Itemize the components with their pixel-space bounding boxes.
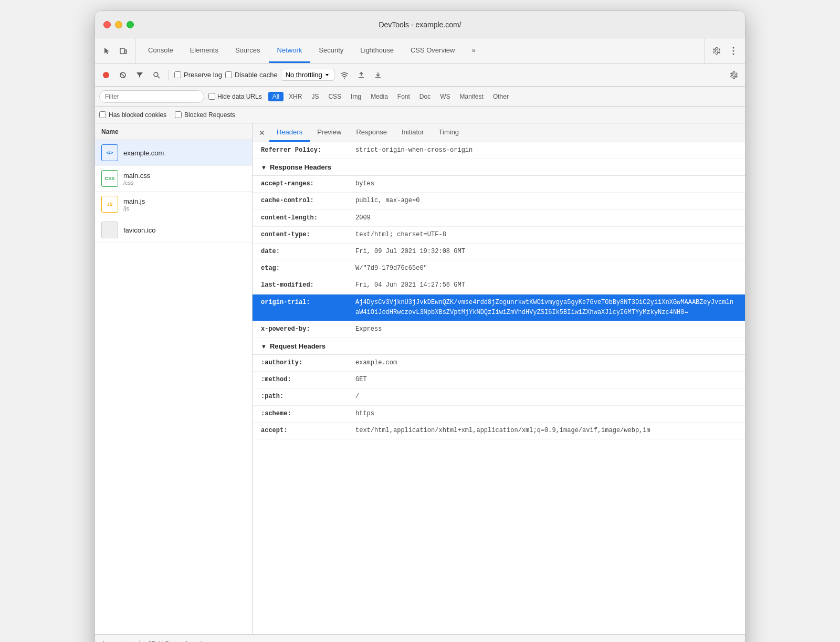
content-length-name: content-length: <box>261 213 355 223</box>
titlebar: DevTools - example.com/ <box>95 11 745 38</box>
date-row: date: Fri, 09 Jul 2021 19:32:08 GMT <box>253 244 745 260</box>
content-type-value: text/html; charset=UTF-8 <box>355 230 446 240</box>
disable-cache-input[interactable] <box>225 71 232 78</box>
tab-security[interactable]: Security <box>310 38 352 63</box>
clear-button[interactable] <box>116 68 130 82</box>
transfer-size: 37.4 kB transferred <box>148 640 202 643</box>
svg-point-4 <box>733 53 734 55</box>
authority-value: example.com <box>355 358 397 368</box>
detail-tab-initiator[interactable]: Initiator <box>394 123 432 142</box>
tab-console[interactable]: Console <box>140 38 182 63</box>
maximize-button[interactable] <box>127 21 134 28</box>
detail-tab-preview[interactable]: Preview <box>310 123 349 142</box>
filter-input[interactable] <box>99 90 204 103</box>
minimize-button[interactable] <box>115 21 122 28</box>
etag-name: etag: <box>261 264 355 273</box>
filter-font-btn[interactable]: Font <box>393 92 414 101</box>
authority-name: :authority: <box>261 358 355 368</box>
request-path-css: /css <box>123 180 246 186</box>
throttle-select[interactable]: No throttling <box>281 69 334 81</box>
tab-sources[interactable]: Sources <box>227 38 269 63</box>
request-section-label: Request Headers <box>270 342 326 350</box>
filter-js-btn[interactable]: JS <box>307 92 323 101</box>
preserve-log-checkbox[interactable]: Preserve log <box>174 71 222 79</box>
filter-manifest-btn[interactable]: Manifest <box>456 92 488 101</box>
scheme-row: :scheme: https <box>253 406 745 423</box>
search-icon[interactable] <box>150 68 163 82</box>
tabbar-right-icons <box>705 38 741 63</box>
request-section-chevron: ▼ <box>261 343 267 350</box>
toolbar-settings-icon[interactable] <box>727 68 741 82</box>
settings-icon[interactable] <box>709 44 724 58</box>
response-section-label: Response Headers <box>270 163 331 171</box>
download-icon[interactable] <box>371 68 385 82</box>
tabbar-icons <box>99 38 135 63</box>
detail-close-button[interactable]: ✕ <box>255 123 269 142</box>
request-item-main-js[interactable]: JS main.js /js <box>95 192 252 217</box>
has-blocked-cookies-input[interactable] <box>99 111 106 118</box>
tab-more[interactable]: » <box>463 38 484 63</box>
response-headers-section[interactable]: ▼ Response Headers <box>253 159 745 176</box>
request-info-favicon: favicon.ico <box>123 226 246 234</box>
tab-css-overview[interactable]: CSS Overview <box>402 38 464 63</box>
device-toggle-icon[interactable] <box>116 44 131 58</box>
toolbar-right <box>727 68 741 82</box>
detail-tab-response[interactable]: Response <box>349 123 394 142</box>
blocked-requests-checkbox[interactable]: Blocked Requests <box>175 111 235 119</box>
content-type-name: content-type: <box>261 230 355 240</box>
tab-lighthouse[interactable]: Lighthouse <box>352 38 402 63</box>
svg-point-8 <box>154 72 158 77</box>
window-title: DevTools - example.com/ <box>379 20 461 29</box>
method-name: :method: <box>261 375 355 385</box>
request-item-example-com[interactable]: </> example.com <box>95 140 252 166</box>
requests-count: 4 requests <box>101 640 131 643</box>
detail-tab-timing[interactable]: Timing <box>432 123 467 142</box>
detail-tabbar: ✕ Headers Preview Response Initiator Tim… <box>253 123 745 142</box>
wifi-icon[interactable] <box>338 68 351 82</box>
svg-line-9 <box>158 76 160 78</box>
detail-tab-headers[interactable]: Headers <box>269 123 310 142</box>
filter-other-btn[interactable]: Other <box>489 92 513 101</box>
record-button[interactable] <box>99 68 113 82</box>
request-info-example-com: example.com <box>123 149 246 157</box>
hide-data-urls-input[interactable] <box>208 93 215 100</box>
blocked-bar: Has blocked cookies Blocked Requests <box>95 107 745 123</box>
path-value: / <box>355 392 359 402</box>
upload-icon[interactable] <box>354 68 368 82</box>
tab-elements[interactable]: Elements <box>182 38 227 63</box>
filter-doc-btn[interactable]: Doc <box>415 92 435 101</box>
request-icon-js: JS <box>101 196 118 213</box>
filter-icon[interactable] <box>133 68 146 82</box>
hide-data-urls-checkbox[interactable]: Hide data URLs <box>208 93 262 100</box>
content-type-row: content-type: text/html; charset=UTF-8 <box>253 227 745 244</box>
svg-line-7 <box>121 73 125 77</box>
filter-xhr-btn[interactable]: XHR <box>285 92 306 101</box>
request-headers-section[interactable]: ▼ Request Headers <box>253 338 745 355</box>
detail-panel: ✕ Headers Preview Response Initiator Tim… <box>253 123 745 634</box>
filter-all-btn[interactable]: All <box>268 92 284 101</box>
request-name-css: main.css <box>123 172 246 180</box>
origin-trial-row[interactable]: origin-trial: Aj4DysCv3VjknU3jJvkDEwnQZK… <box>253 294 745 321</box>
request-item-favicon[interactable]: favicon.ico <box>95 217 252 243</box>
filter-img-btn[interactable]: Img <box>346 92 365 101</box>
filter-ws-btn[interactable]: WS <box>436 92 454 101</box>
tabs-container: Console Elements Sources Network Securit… <box>140 38 705 63</box>
blocked-requests-input[interactable] <box>175 111 182 118</box>
close-button[interactable] <box>103 21 111 28</box>
statusbar: 4 requests 37.4 kB transferred <box>95 634 745 642</box>
filter-css-btn[interactable]: CSS <box>324 92 345 101</box>
x-powered-by-value: Express <box>355 324 382 334</box>
filter-media-btn[interactable]: Media <box>366 92 392 101</box>
request-item-main-css[interactable]: CSS main.css /css <box>95 166 252 192</box>
cursor-icon[interactable] <box>99 44 114 58</box>
filter-bar: Hide data URLs All XHR JS CSS Img Media … <box>95 87 745 107</box>
more-options-icon[interactable] <box>726 44 741 58</box>
disable-cache-checkbox[interactable]: Disable cache <box>225 71 278 79</box>
tab-network[interactable]: Network <box>269 38 311 63</box>
has-blocked-cookies-checkbox[interactable]: Has blocked cookies <box>99 111 166 119</box>
date-name: date: <box>261 247 355 257</box>
content-length-row: content-length: 2009 <box>253 210 745 227</box>
preserve-log-input[interactable] <box>174 71 181 78</box>
accept-value: text/html,application/xhtml+xml,applicat… <box>355 426 650 436</box>
request-info-main-css: main.css /css <box>123 172 246 186</box>
